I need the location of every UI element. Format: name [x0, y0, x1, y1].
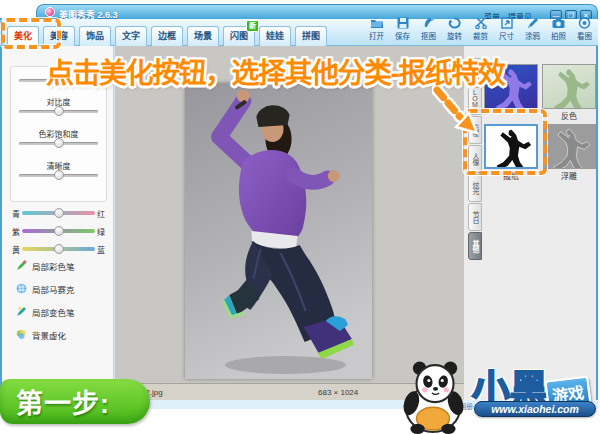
- resize-button[interactable]: 尺寸: [496, 17, 517, 41]
- contrast-slider[interactable]: [19, 110, 98, 113]
- purple-green-slider-row: 紫 绿: [10, 222, 107, 240]
- tab-frame[interactable]: 边框: [151, 26, 183, 46]
- yellow-blue-slider[interactable]: [22, 247, 95, 251]
- view-image-icon: [578, 17, 591, 29]
- slider-thumb[interactable]: [54, 138, 64, 148]
- tab-text[interactable]: 文字: [115, 26, 147, 46]
- purple-green-slider[interactable]: [22, 229, 95, 233]
- image-dimensions-label: 683 × 1024: [318, 388, 358, 397]
- tutorial-instruction-text: 点击美化按钮，选择其他分类-报纸特效: [46, 51, 591, 91]
- tab-flash[interactable]: 闪图 新: [223, 26, 255, 46]
- meitu-logo-icon: [45, 7, 55, 17]
- tab-collage[interactable]: 拼图: [295, 26, 327, 46]
- contrast-slider-group: 对比度: [11, 93, 106, 125]
- recolor-pen-icon: [16, 306, 27, 317]
- tab-accessories[interactable]: 饰品: [79, 26, 111, 46]
- slider-thumb[interactable]: [54, 226, 64, 236]
- mosaic-icon: [16, 283, 27, 294]
- category-tab-other[interactable]: 其他: [468, 232, 482, 260]
- adjust-panel: 对比度 色彩饱和度 清晰度 青 红 紫 绿: [2, 46, 114, 400]
- slider-label: 对比度: [11, 93, 106, 106]
- open-button[interactable]: 打开: [366, 17, 387, 41]
- save-button[interactable]: 保存: [392, 17, 413, 41]
- tab-scene[interactable]: 场景: [187, 26, 219, 46]
- sharpness-slider[interactable]: [19, 174, 98, 177]
- color-balance-sliders: 青 红 紫 绿 黄 蓝: [10, 204, 107, 258]
- xiaohei-watermark: 小黑 游戏 www.xiaohei.com: [398, 356, 598, 434]
- tab-doll[interactable]: 娃娃: [259, 26, 291, 46]
- slider-thumb[interactable]: [54, 170, 64, 180]
- saturation-slider-group: 色彩饱和度: [11, 125, 106, 157]
- cutout-button[interactable]: 抠图: [418, 17, 439, 41]
- cyan-red-slider-row: 青 红: [10, 204, 107, 222]
- category-tab-festival[interactable]: 节日: [468, 203, 482, 231]
- background-blur-button[interactable]: 背景虚化: [16, 327, 75, 342]
- local-tools: 局部彩色笔 局部马赛克 局部变色笔 背景虚化: [16, 258, 75, 350]
- local-recolor-pen-button[interactable]: 局部变色笔: [16, 304, 75, 319]
- local-color-pen-button[interactable]: 局部彩色笔: [16, 258, 75, 273]
- new-badge: 新: [246, 20, 259, 32]
- resize-icon: [501, 17, 513, 29]
- yellow-blue-slider-row: 黄 蓝: [10, 240, 107, 258]
- rotate-button[interactable]: 旋转: [444, 17, 465, 41]
- panda-mascot-icon: [398, 360, 470, 434]
- crop-button[interactable]: 裁剪: [470, 17, 491, 41]
- cyan-red-slider[interactable]: [22, 211, 95, 215]
- cutout-icon: [423, 17, 435, 29]
- top-toolbar: 打开 保存 抠图 旋转 裁剪 尺寸 涂鸦 拍照: [366, 17, 595, 41]
- slider-thumb[interactable]: [54, 208, 64, 218]
- saturation-slider[interactable]: [19, 142, 98, 145]
- view-button[interactable]: 看图: [574, 17, 595, 41]
- open-folder-icon: [370, 17, 384, 29]
- photo-button[interactable]: 拍照: [548, 17, 569, 41]
- background-blur-icon: [16, 329, 27, 340]
- color-pen-icon: [16, 260, 27, 271]
- highlight-box-beautify-tab: [1, 18, 61, 49]
- crop-icon: [475, 17, 487, 29]
- local-mosaic-button[interactable]: 局部马赛克: [16, 281, 75, 296]
- slider-label: 清晰度: [11, 157, 106, 170]
- site-url: www.xiaohei.com: [474, 401, 596, 417]
- step-label: 第一步:: [16, 382, 110, 421]
- doodle-icon: [527, 17, 539, 29]
- camera-icon: [552, 17, 565, 29]
- effect-thumb-emboss[interactable]: 浮雕: [541, 124, 597, 180]
- slider-thumb[interactable]: [54, 106, 64, 116]
- effect-thumbnail-image: [542, 124, 596, 169]
- slider-thumb[interactable]: [54, 244, 64, 254]
- rotate-icon: [448, 17, 461, 29]
- meitu-app-screenshot: 美图秀秀 2.6.3 菜单 提意见 | — ❐ ✕ 美化 美容 饰品 文字 边框…: [0, 0, 600, 434]
- dashed-arrow-icon: [432, 86, 486, 142]
- sharpness-slider-group: 清晰度: [11, 157, 106, 189]
- category-tab-glow[interactable]: 炫光: [468, 174, 482, 202]
- step-banner: 第一步:: [0, 379, 150, 424]
- slider-label: 色彩饱和度: [11, 125, 106, 138]
- save-icon: [397, 17, 409, 29]
- doodle-button[interactable]: 涂鸦: [522, 17, 543, 41]
- photo-dancer: [185, 83, 372, 379]
